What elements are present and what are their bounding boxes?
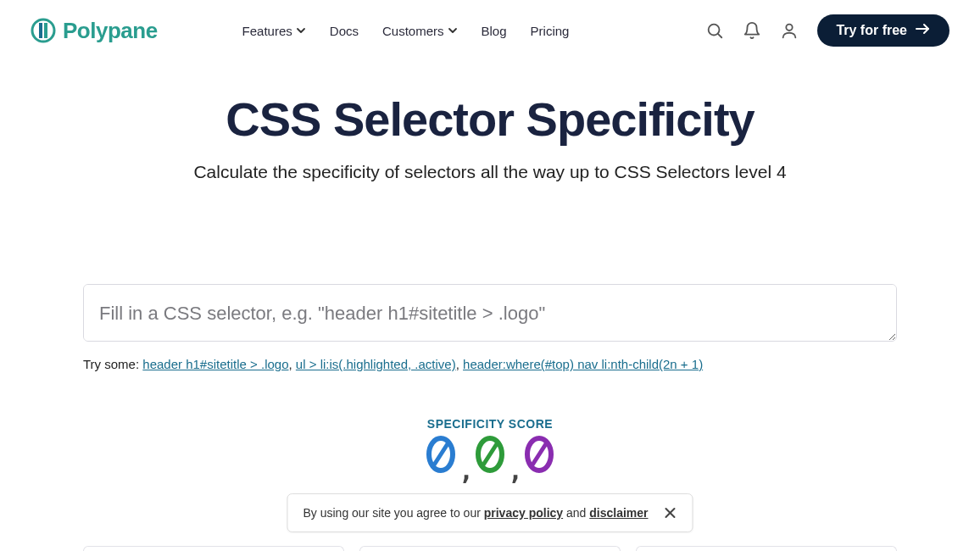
chevron-down-icon [448, 25, 458, 36]
element-card [636, 546, 897, 551]
nav-docs[interactable]: Docs [330, 24, 359, 38]
page-title: CSS Selector Specificity [0, 92, 980, 147]
nav-blog-label: Blog [482, 24, 507, 38]
comma: , [455, 456, 476, 486]
svg-point-5 [787, 25, 793, 31]
nav-blog[interactable]: Blog [482, 24, 507, 38]
nav-features-label: Features [242, 24, 292, 38]
id-card [83, 546, 344, 551]
cta-label: Try for free [836, 23, 907, 38]
chevron-down-icon [296, 25, 306, 36]
hero: CSS Selector Specificity Calculate the s… [0, 61, 980, 182]
disclaimer-link[interactable]: disclaimer [589, 506, 648, 520]
try-for-free-button[interactable]: Try for free [817, 14, 949, 47]
score-element-digit [525, 436, 554, 473]
selector-input[interactable] [83, 284, 897, 342]
score-label: SPECIFICITY SCORE [0, 417, 980, 431]
score-section: SPECIFICITY SCORE , , [0, 417, 980, 479]
svg-line-10 [482, 442, 498, 466]
score-digits: , , [0, 436, 980, 479]
svg-line-8 [433, 442, 448, 466]
nav-features[interactable]: Features [242, 24, 306, 38]
svg-rect-1 [39, 23, 42, 38]
privacy-policy-link[interactable]: privacy policy [484, 506, 563, 520]
comma: , [504, 456, 525, 486]
svg-line-4 [718, 34, 721, 37]
example-link-1[interactable]: header h1#sitetitle > .logo [142, 357, 288, 371]
cookie-text: By using our site you agree to our priva… [303, 506, 648, 520]
score-id-digit [426, 436, 455, 473]
cookie-notice: By using our site you agree to our priva… [287, 493, 693, 532]
nav-right: Try for free [705, 14, 949, 47]
try-some-row: Try some: header h1#sitetitle > .logo, u… [83, 357, 897, 371]
nav-customers-label: Customers [382, 24, 444, 38]
nav-docs-label: Docs [330, 24, 359, 38]
logo-mark-icon [31, 18, 56, 43]
svg-point-0 [32, 19, 54, 42]
example-link-3[interactable]: header:where(#top) nav li:nth-child(2n +… [463, 357, 703, 371]
close-icon[interactable] [664, 506, 677, 520]
bell-icon[interactable] [743, 21, 761, 40]
svg-line-12 [532, 442, 547, 466]
arrow-right-icon [916, 23, 931, 38]
example-link-2[interactable]: ul > li:is(.highlighted, .active) [296, 357, 456, 371]
nav-customers[interactable]: Customers [382, 24, 458, 38]
nav-pricing[interactable]: Pricing [531, 24, 570, 38]
class-card [359, 546, 621, 551]
nav-pricing-label: Pricing [531, 24, 570, 38]
top-nav: Polypane Features Docs Customers Blog Pr… [0, 0, 980, 61]
svg-rect-2 [44, 23, 47, 38]
search-icon[interactable] [705, 21, 724, 40]
try-label: Try some: [83, 357, 142, 371]
logo-text: Polypane [63, 18, 158, 44]
score-class-digit [476, 436, 504, 473]
input-section: Try some: header h1#sitetitle > .logo, u… [83, 284, 897, 371]
logo[interactable]: Polypane [31, 18, 158, 44]
user-icon[interactable] [780, 21, 799, 40]
result-cards [83, 546, 897, 551]
page-subtitle: Calculate the specificity of selectors a… [0, 162, 980, 182]
nav-links: Features Docs Customers Blog Pricing [242, 24, 570, 38]
